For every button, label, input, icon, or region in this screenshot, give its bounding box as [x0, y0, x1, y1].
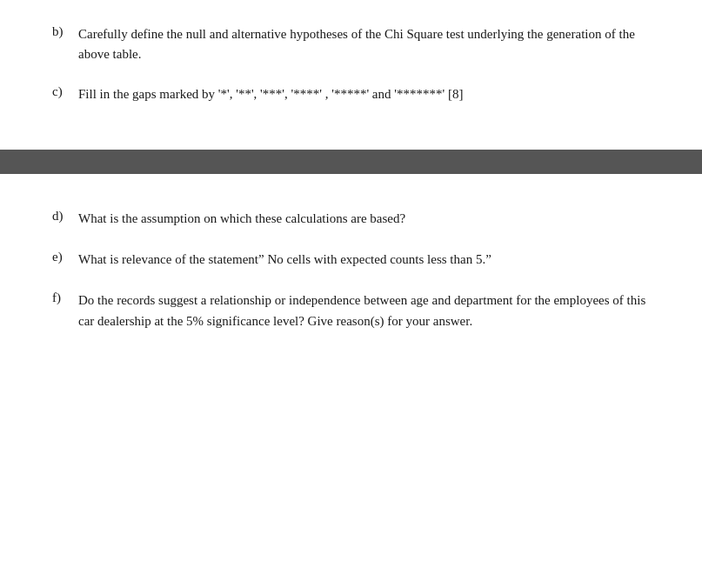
question-d-text: What is the assumption on which these ca… [78, 209, 650, 229]
question-c-last-gap: '*******' [394, 87, 445, 101]
divider-bar [0, 150, 702, 174]
question-d-label: d) [52, 209, 78, 229]
question-d: d) What is the assumption on which these… [52, 209, 650, 229]
question-c-gaps: '*', '**', '***', '****' , '*****' [218, 87, 369, 101]
question-b-text: Carefully define the null and alternativ… [78, 24, 650, 65]
top-section: b) Carefully define the null and alterna… [0, 0, 702, 141]
question-c-marks: [8] [448, 87, 464, 101]
question-f: f) Do the records suggest a relationship… [52, 291, 650, 331]
question-c-text: Fill in the gaps marked by '*', '**', '*… [78, 84, 650, 104]
question-e-text: What is relevance of the statement” No c… [78, 250, 650, 270]
question-b: b) Carefully define the null and alterna… [52, 24, 650, 65]
question-f-label: f) [52, 291, 78, 331]
question-b-label: b) [52, 24, 78, 65]
question-c-prefix: Fill in the gaps marked by [78, 87, 218, 101]
question-e-label: e) [52, 250, 78, 270]
page: b) Carefully define the null and alterna… [0, 0, 702, 588]
question-c-conjunction: and [372, 87, 391, 101]
question-f-text: Do the records suggest a relationship or… [78, 291, 650, 331]
question-c-label: c) [52, 84, 78, 104]
question-c: c) Fill in the gaps marked by '*', '**',… [52, 84, 650, 104]
question-e: e) What is relevance of the statement” N… [52, 250, 650, 270]
bottom-section: d) What is the assumption on which these… [0, 183, 702, 370]
